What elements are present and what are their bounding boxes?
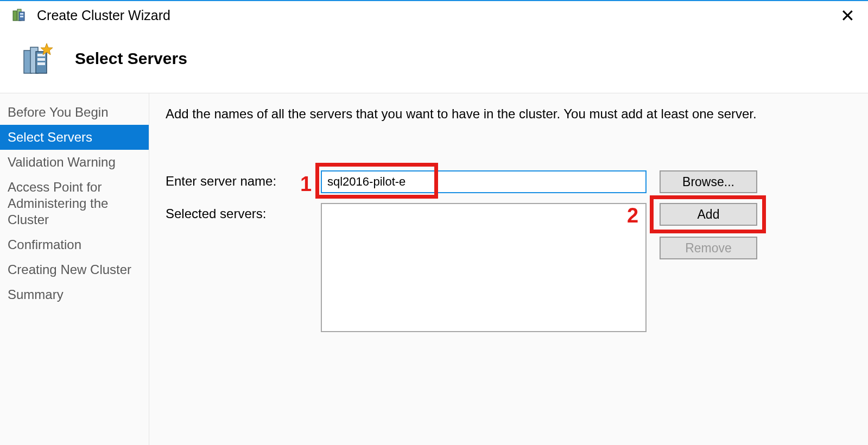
sidebar-item-select-servers[interactable]: Select Servers [0, 125, 149, 150]
server-name-input-wrap [321, 170, 647, 193]
server-name-input[interactable] [321, 170, 647, 193]
selected-servers-label: Selected servers: [166, 203, 321, 221]
browse-button[interactable]: Browse... [660, 170, 757, 193]
titlebar: Create Cluster Wizard ✕ [0, 0, 868, 30]
sidebar-item-access-point[interactable]: Access Point for Administering the Clust… [0, 175, 149, 232]
wizard-icon [20, 40, 58, 78]
window-title: Create Cluster Wizard [37, 8, 170, 23]
app-icon [11, 8, 27, 24]
main-panel: Add the names of all the servers that yo… [149, 93, 868, 445]
row-enter-server: Enter server name: Browse... 1 [166, 170, 852, 193]
add-button-wrap: Add [660, 203, 757, 226]
sidebar-item-before-you-begin[interactable]: Before You Begin [0, 100, 149, 125]
header-strip: Select Servers [0, 30, 868, 93]
remove-button: Remove [660, 237, 757, 259]
svg-rect-0 [13, 11, 17, 21]
sidebar-item-summary[interactable]: Summary [0, 282, 149, 307]
sidebar-item-validation-warning[interactable]: Validation Warning [0, 150, 149, 175]
page-title: Select Servers [75, 49, 187, 68]
add-button[interactable]: Add [660, 203, 757, 226]
button-col-add-remove: Add Remove [660, 203, 757, 259]
row-selected-servers: Selected servers: Add Remove 2 [166, 203, 852, 332]
button-col-browse: Browse... [660, 170, 757, 193]
enter-server-label: Enter server name: [166, 170, 321, 189]
svg-rect-3 [20, 13, 23, 15]
sidebar-item-confirmation[interactable]: Confirmation [0, 232, 149, 257]
sidebar: Before You Begin Select Servers Validati… [0, 93, 149, 445]
svg-rect-4 [20, 16, 23, 17]
selected-servers-list[interactable] [321, 203, 647, 332]
sidebar-item-creating-new-cluster[interactable]: Creating New Cluster [0, 257, 149, 282]
titlebar-left: Create Cluster Wizard [11, 8, 170, 24]
instruction-text: Add the names of all the servers that yo… [166, 106, 852, 122]
selected-servers-wrap [321, 203, 647, 332]
svg-rect-10 [37, 62, 45, 65]
svg-rect-9 [37, 58, 45, 61]
wizard-body: Before You Begin Select Servers Validati… [0, 93, 868, 445]
close-icon[interactable]: ✕ [838, 7, 857, 24]
